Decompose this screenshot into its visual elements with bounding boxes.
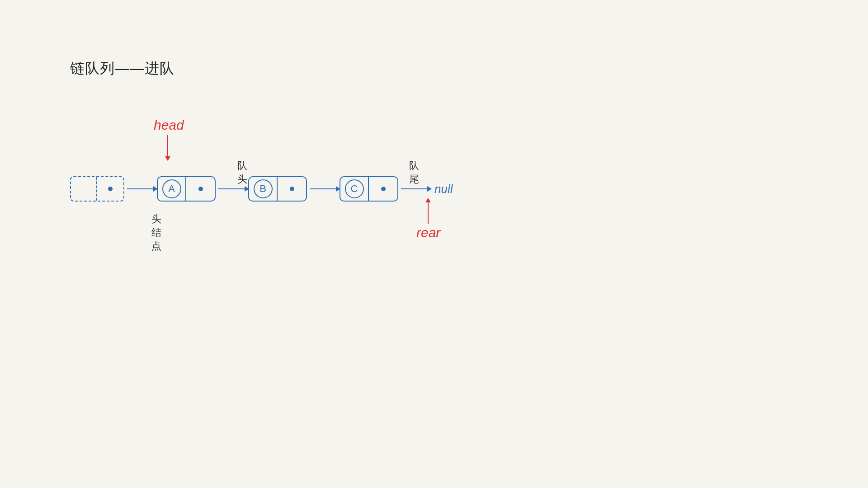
head-arrow (167, 135, 168, 157)
node-a-next (186, 177, 215, 201)
head-pointer-label: head (154, 117, 184, 133)
page-title: 链队列——进队 (70, 59, 175, 79)
arrow-line (401, 188, 428, 189)
node-a-circle: A (162, 179, 181, 198)
node-c-data: C (340, 177, 369, 201)
node-c: C (340, 176, 398, 202)
node-b-circle: B (254, 179, 273, 198)
node-a-pointer (198, 187, 203, 191)
node-c-pointer (381, 187, 386, 191)
node-a: A (157, 176, 216, 202)
node-b-data: B (249, 177, 278, 201)
rear-arrow (428, 202, 429, 224)
rear-pointer-label: rear (416, 225, 440, 240)
arrow-a-to-b (218, 188, 245, 189)
head-node (70, 176, 124, 202)
node-b-next (278, 177, 306, 201)
arrow-b-to-c (310, 188, 337, 189)
arrow-line (310, 188, 337, 189)
arrow-c-to-null (401, 188, 428, 189)
nodes-row: A B C (70, 176, 453, 202)
head-node-data-cell (71, 177, 97, 201)
null-label: null (434, 182, 453, 196)
arrow-line (127, 188, 154, 189)
node-b-pointer (290, 187, 294, 191)
head-node-next-cell (97, 177, 123, 201)
node-c-circle: C (345, 179, 364, 198)
toujiandian-label: 头结点 (151, 212, 161, 253)
node-a-data: A (158, 177, 186, 201)
node-c-next (369, 177, 397, 201)
arrow-head-to-a (127, 188, 154, 189)
node-b: B (248, 176, 307, 202)
head-node-pointer-dot (108, 187, 113, 191)
arrow-line (218, 188, 245, 189)
